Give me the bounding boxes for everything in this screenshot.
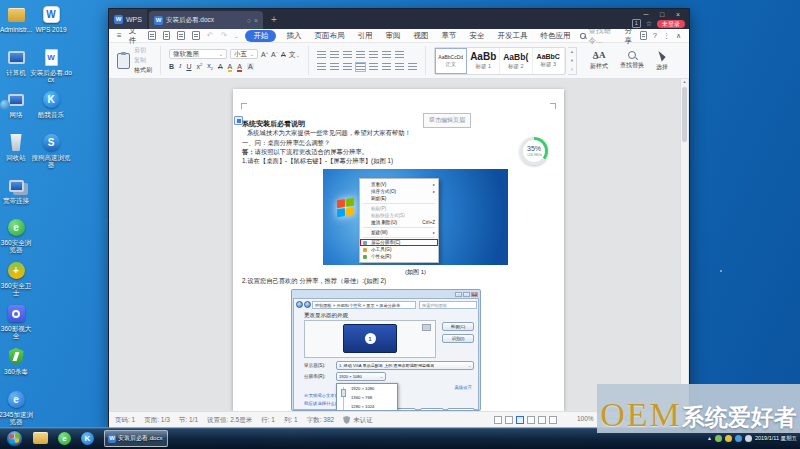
full-screen-view-icon[interactable] <box>494 416 502 424</box>
taskbar-kuwo-icon[interactable]: K <box>81 432 94 445</box>
font-color-button[interactable]: A <box>237 63 242 70</box>
print-view-icon[interactable] <box>516 416 524 424</box>
align-left-icon[interactable] <box>317 63 326 71</box>
panel-count-badge[interactable]: 1 <box>632 19 641 28</box>
desktop-icon-network[interactable]: 网络 <box>0 90 34 118</box>
show-marks-icon[interactable] <box>395 51 404 59</box>
minimize-button[interactable]: ─ <box>639 10 653 19</box>
tab-section[interactable]: 章节 <box>438 30 459 42</box>
more-icon[interactable]: ⋮ <box>663 32 670 40</box>
decrease-font-icon[interactable]: A− <box>271 51 278 58</box>
taskbar-explorer-icon[interactable] <box>33 432 48 444</box>
find-replace-button[interactable]: 查找替换 <box>615 46 649 75</box>
style-heading2[interactable]: AaBb( 标题 2 <box>500 48 533 74</box>
style-heading1[interactable]: AaBb 标题 1 <box>467 48 500 74</box>
bullet-list-icon[interactable] <box>317 51 326 59</box>
print-preview-icon[interactable] <box>192 31 200 40</box>
char-shading-button[interactable]: A <box>247 63 254 70</box>
tray-network-icon[interactable] <box>735 435 742 442</box>
sort-icon[interactable] <box>382 51 391 59</box>
copy-button[interactable]: 复制 <box>134 56 152 65</box>
start-button[interactable] <box>6 430 23 447</box>
new-tab-button[interactable]: + <box>271 9 277 29</box>
scrollbar-thumb[interactable] <box>682 87 687 142</box>
italic-button[interactable]: I <box>179 63 181 70</box>
number-list-icon[interactable] <box>330 51 339 59</box>
tray-expand-icon[interactable]: ▲ <box>707 435 712 441</box>
desktop-icon-wps2019[interactable]: W WPS 2019 <box>30 5 72 33</box>
tray-clock[interactable]: 2019/1/11 星期五 <box>755 435 797 442</box>
format-painter-button[interactable]: 格式刷 <box>134 66 152 75</box>
increase-indent-icon[interactable] <box>356 51 365 59</box>
style-normal[interactable]: AaBbCcDd 正文 <box>435 48 468 74</box>
shading-icon[interactable] <box>395 63 404 71</box>
bold-button[interactable]: B <box>169 63 174 70</box>
figure1-desktop-screenshot[interactable]: 查看(V)▸ 排序方式(O)▸ 刷新(E) 粘贴(P) 粘贴快捷方式(S) 撤消… <box>323 169 508 265</box>
status-word-count[interactable]: 字数: 382 <box>307 416 334 425</box>
quickbar-dropdown-icon[interactable]: ⌄ <box>234 33 238 39</box>
desktop-icon-sogou[interactable]: S 搜狗高速浏览器 <box>30 133 72 168</box>
tab-insert[interactable]: 插入 <box>283 30 304 42</box>
desktop-icon-360-video[interactable]: 360影视大全 <box>0 304 34 339</box>
tab-pin-icon[interactable]: ○ <box>247 17 251 24</box>
tab-developer[interactable]: 开发工具 <box>494 30 530 42</box>
select-button[interactable]: 选择 <box>651 46 673 75</box>
tab-home[interactable]: 开始 <box>245 30 276 42</box>
tab-special-apps[interactable]: 特色应用 <box>537 30 573 42</box>
read-view-icon[interactable] <box>505 416 513 424</box>
border-icon[interactable] <box>408 63 417 71</box>
eye-protect-icon[interactable] <box>549 416 557 424</box>
tray-360-icon[interactable] <box>715 435 722 442</box>
new-style-button[interactable]: A̲A 新样式 <box>585 46 613 75</box>
favorite-star-icon[interactable]: ☆ <box>646 20 652 27</box>
tab-view[interactable]: 视图 <box>410 30 431 42</box>
superscript-button[interactable]: x2 <box>196 63 202 70</box>
panel-toggle-icon[interactable] <box>640 31 647 40</box>
align-right-icon[interactable] <box>343 63 352 71</box>
desktop-icon-readme-docx[interactable]: W 安装后必看.docx <box>30 48 72 83</box>
phonetic-guide-icon[interactable]: 文⌄ <box>289 51 300 58</box>
login-badge[interactable]: 未登录 <box>657 20 685 28</box>
taskbar-360browser-icon[interactable]: e <box>58 432 71 445</box>
underline-button[interactable]: U <box>186 63 191 70</box>
help-icon[interactable]: ? <box>653 32 657 39</box>
paragraph-spacing-icon[interactable] <box>382 63 391 71</box>
increase-font-icon[interactable]: A+ <box>261 51 268 58</box>
desktop-icon-computer[interactable]: 计算机 <box>0 48 34 76</box>
web-view-icon[interactable] <box>527 416 535 424</box>
desktop-icon-broadband[interactable]: 宽带连接 <box>0 176 34 204</box>
text-direction-icon[interactable] <box>369 51 378 59</box>
font-name-select[interactable]: 微软雅黑⌄ <box>169 49 227 59</box>
desktop-icon-recycle-bin[interactable]: 回收站 <box>0 133 34 161</box>
close-button[interactable]: × <box>671 10 685 19</box>
clear-format-icon[interactable]: A <box>281 51 286 58</box>
styles-scroll[interactable]: ▲▼≡ <box>568 47 577 75</box>
decrease-indent-icon[interactable] <box>343 51 352 59</box>
paste-button[interactable] <box>117 53 130 69</box>
export-pdf-icon[interactable] <box>163 31 171 40</box>
justify-icon[interactable] <box>356 63 365 71</box>
tab-references[interactable]: 引用 <box>354 30 375 42</box>
desktop-icon-360-browser[interactable]: e 360安全浏览器 <box>0 218 34 253</box>
redo-icon[interactable]: ↷ <box>221 32 228 40</box>
tray-volume-icon[interactable] <box>745 435 752 442</box>
tray-update-icon[interactable] <box>725 435 732 442</box>
cut-button[interactable]: 剪切 <box>134 46 152 55</box>
subscript-button[interactable]: x2 <box>207 62 213 71</box>
zoom-level[interactable]: 100% <box>577 415 594 422</box>
tab-security[interactable]: 安全 <box>466 30 487 42</box>
desktop-icon-360-antivirus[interactable]: 360杀毒 <box>0 347 34 375</box>
highlight-button[interactable]: A <box>228 63 233 70</box>
maximize-button[interactable]: □ <box>655 10 669 19</box>
collapse-ribbon-icon[interactable]: ∧ <box>676 32 681 40</box>
style-heading3[interactable]: AaBbC 标题 3 <box>533 48 566 74</box>
tab-close-icon[interactable]: × <box>254 17 258 24</box>
document-page[interactable]: 双击编辑页眉 系统安装后必看说明 系统城技术为大家提供一些常见问题，希望对大家有… <box>233 89 564 411</box>
strikethrough-button[interactable]: A <box>218 63 223 70</box>
wps-home-tab[interactable]: W WPS <box>109 9 147 29</box>
taskbar-active-document[interactable]: W 安装后必看.docx ... <box>104 430 168 447</box>
print-icon[interactable] <box>177 31 185 40</box>
undo-icon[interactable]: ↶ <box>207 32 214 40</box>
desktop-icon-2345-browser[interactable]: e 2345加速浏览器 <box>0 390 34 425</box>
tab-review[interactable]: 审阅 <box>382 30 403 42</box>
